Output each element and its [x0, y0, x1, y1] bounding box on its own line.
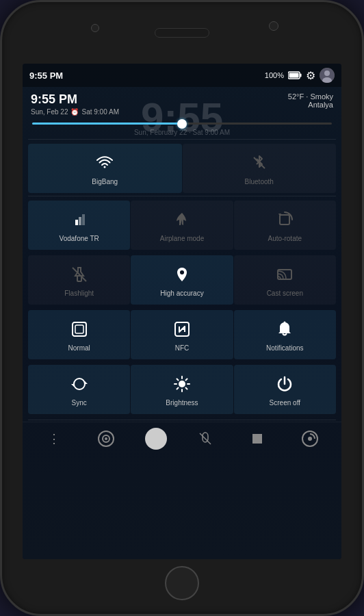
- signal-icon: [70, 210, 89, 232]
- divider-1: [28, 139, 336, 140]
- clock-date: Sun, Feb 22: [31, 108, 68, 116]
- front-camera: [91, 24, 99, 32]
- tile-castscreen[interactable]: Cast screen: [234, 255, 336, 305]
- tile-flashlight[interactable]: Flashlight: [28, 255, 130, 305]
- location-icon: [172, 265, 192, 287]
- clock-row: 9:55 PM Sun, Feb 22 ⏰ Sat 9:00 AM 52°F ·…: [31, 92, 333, 116]
- status-time: 9:55 PM: [29, 70, 63, 81]
- status-icons: 100% ⚙: [265, 68, 335, 83]
- tiles-row-3: Flashlight High accuracy: [23, 253, 341, 307]
- home-button[interactable]: [165, 566, 199, 600]
- svg-point-13: [180, 270, 184, 274]
- tile-castscreen-label: Cast screen: [267, 290, 303, 298]
- tile-airplane[interactable]: Airplane mode: [131, 201, 233, 250]
- clock-right: 52°F · Smoky Antalya: [288, 92, 333, 109]
- svg-rect-1: [300, 74, 302, 77]
- battery-icon: [288, 71, 302, 79]
- phone-frame: 9:55 PM 100% ⚙: [0, 0, 364, 616]
- tile-bluetooth-label: Bluetooth: [245, 178, 274, 186]
- tile-sync[interactable]: Sync: [28, 365, 130, 414]
- phone-screen: 9:55 PM 100% ⚙: [23, 64, 341, 559]
- slider-thumb[interactable]: [177, 119, 187, 129]
- tile-normal-label: Normal: [68, 344, 90, 352]
- tiles-row-5: Sync: [23, 362, 341, 417]
- tile-notifications[interactable]: Notifications: [234, 310, 336, 359]
- bell-icon: [275, 320, 294, 342]
- power-icon: [275, 374, 294, 396]
- tile-screenoff[interactable]: Screen off: [234, 365, 336, 414]
- svg-line-29: [185, 379, 187, 381]
- tile-brightness[interactable]: Brightness: [131, 365, 233, 414]
- tile-normal[interactable]: Normal: [28, 310, 130, 359]
- svg-marker-20: [85, 381, 88, 384]
- tile-sync-label: Sync: [72, 399, 87, 407]
- svg-line-30: [177, 388, 178, 389]
- divider-2: [28, 196, 336, 196]
- sync-icon: [70, 374, 89, 396]
- svg-rect-15: [73, 322, 86, 336]
- status-bar: 9:55 PM 100% ⚙: [23, 64, 341, 87]
- date-overlay: Sun, February 22 · Sat 9:00 AM: [23, 129, 341, 136]
- airplane-off-icon: [172, 210, 192, 232]
- svg-rect-36: [252, 434, 262, 444]
- divider-3: [28, 420, 336, 420]
- rotate-icon: [275, 210, 294, 232]
- tile-highaccuracy-label: High accuracy: [160, 290, 203, 298]
- svg-rect-16: [75, 325, 83, 333]
- tile-bigbang[interactable]: BigBang: [28, 144, 182, 193]
- tiles-row-1: BigBang Bluetooth: [23, 141, 341, 194]
- svg-point-4: [324, 70, 330, 76]
- clock-area: 9:55 9:55 PM Sun, Feb 22 ⏰ Sat 9:00 AM 5…: [23, 87, 341, 118]
- slider-fill: [32, 123, 182, 125]
- dock-home[interactable]: [145, 428, 167, 450]
- alarm-time: Sat 9:00 AM: [81, 108, 118, 116]
- dock-performance[interactable]: [296, 425, 324, 452]
- gear-icon[interactable]: ⚙: [306, 69, 315, 82]
- svg-marker-9: [82, 214, 85, 225]
- notification-panel: 9:55 PM 100% ⚙: [23, 64, 341, 559]
- tile-vodafone[interactable]: Vodafone TR: [28, 201, 130, 250]
- bottom-dock: ⋮: [23, 422, 341, 455]
- tile-brightness-label: Brightness: [166, 399, 198, 407]
- avatar[interactable]: [320, 68, 335, 83]
- dock-stop[interactable]: [244, 425, 271, 452]
- brightness-slider[interactable]: [32, 123, 332, 125]
- tile-autorotate-label: Auto-rotate: [268, 235, 302, 243]
- sensor: [269, 21, 278, 31]
- svg-marker-21: [71, 384, 74, 387]
- tile-airplane-label: Airplane mode: [160, 235, 204, 243]
- alarm-icon: ⏰: [70, 108, 79, 116]
- tile-nfc-label: NFC: [175, 344, 190, 352]
- svg-line-12: [73, 268, 86, 281]
- tile-flashlight-label: Flashlight: [64, 290, 94, 298]
- svg-point-22: [179, 381, 185, 387]
- date-alarm-row: Sun, Feb 22 ⏰ Sat 9:00 AM: [31, 108, 119, 116]
- tiles-row-4: Normal NFC: [23, 307, 341, 362]
- battery-percentage: 100%: [265, 71, 284, 79]
- svg-marker-7: [75, 220, 78, 225]
- tile-autorotate[interactable]: Auto-rotate: [234, 201, 336, 250]
- flashlight-off-icon: [70, 265, 89, 287]
- tile-screenoff-label: Screen off: [270, 399, 300, 407]
- dock-mute[interactable]: [192, 425, 219, 452]
- svg-point-19: [284, 322, 286, 324]
- tile-highaccuracy[interactable]: High accuracy: [131, 255, 233, 305]
- dock-camera[interactable]: [92, 425, 120, 452]
- svg-rect-10: [280, 215, 289, 224]
- svg-point-34: [105, 437, 107, 440]
- svg-line-27: [177, 379, 178, 381]
- svg-rect-2: [289, 73, 299, 78]
- tile-bluetooth[interactable]: Bluetooth: [183, 144, 337, 193]
- bluetooth-off-icon: [250, 153, 269, 175]
- tiles-row-2: Vodafone TR Airplane mode: [23, 198, 341, 253]
- tile-nfc[interactable]: NFC: [131, 310, 233, 359]
- weather-location: Antalya: [288, 101, 333, 109]
- svg-point-38: [308, 437, 312, 441]
- dock-menu[interactable]: ⋮: [40, 425, 68, 452]
- clock-time: 9:55 PM: [31, 92, 119, 107]
- svg-marker-8: [79, 217, 81, 225]
- tile-bigbang-label: BigBang: [92, 178, 118, 186]
- slider-track: [32, 123, 332, 125]
- speaker-grille: [155, 28, 209, 38]
- clock-left: 9:55 PM Sun, Feb 22 ⏰ Sat 9:00 AM: [31, 92, 119, 116]
